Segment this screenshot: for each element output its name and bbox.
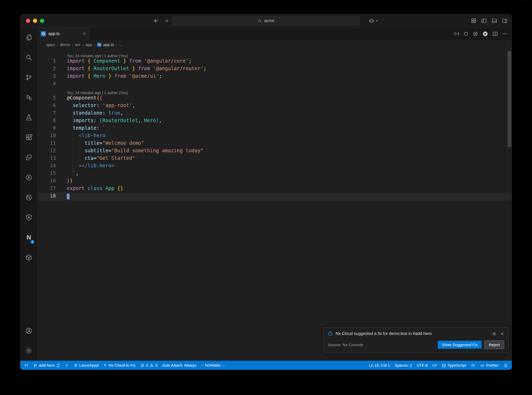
command-center-search[interactable]: acme bbox=[172, 16, 360, 25]
remote-indicator[interactable] bbox=[22, 361, 31, 370]
copilot-status[interactable] bbox=[468, 361, 478, 370]
code-line[interactable]: 2import { RouterOutlet } from '@angular/… bbox=[38, 65, 512, 73]
formatter-status[interactable]: Prettier bbox=[478, 361, 501, 370]
minimize-window-button[interactable] bbox=[33, 19, 37, 23]
code-line[interactable]: 8 imports: [RouterOutlet, Hero], bbox=[38, 117, 512, 125]
code-line[interactable]: 6 selector: 'app-root', bbox=[38, 102, 512, 110]
cursor-position-status[interactable]: Ln 18, Col 1 bbox=[367, 361, 392, 370]
breadcrumb-overflow[interactable]: … bbox=[119, 42, 123, 47]
copilot-icon bbox=[471, 363, 475, 368]
formatter-label: Prettier bbox=[486, 363, 499, 367]
reject-button[interactable]: Reject bbox=[484, 340, 504, 349]
close-window-button[interactable] bbox=[26, 19, 30, 23]
zap-status[interactable] bbox=[63, 361, 71, 370]
close-tab-icon[interactable] bbox=[83, 32, 86, 36]
breadcrumb-item-current[interactable]: app.ts bbox=[103, 42, 114, 47]
sidebar-item-extensions[interactable] bbox=[20, 127, 37, 147]
code-line[interactable]: 4 bbox=[38, 81, 512, 88]
sidebar-item-inspect[interactable] bbox=[20, 187, 37, 207]
sidebar-item-package[interactable] bbox=[20, 247, 37, 267]
notification-settings-icon[interactable] bbox=[492, 332, 496, 336]
more-actions-icon[interactable] bbox=[502, 31, 508, 37]
settings-button[interactable] bbox=[20, 341, 37, 361]
codelens-annotation[interactable]: You, 24 minutes ago | 1 author (You) bbox=[38, 88, 512, 95]
code-line[interactable]: 7 standalone: true, bbox=[38, 110, 512, 117]
search-icon bbox=[258, 19, 262, 23]
tab-app-ts[interactable]: TS app.ts bbox=[38, 27, 90, 40]
code-line[interactable]: 3import { Hero } from '@acme/ui'; bbox=[38, 73, 512, 81]
auto-attach-status[interactable]: Auto Attach: Always bbox=[160, 361, 199, 370]
code-line[interactable]: 12 subtitle="Build something amazing tod… bbox=[38, 148, 512, 155]
status-bar: add-hero Launchpad Nx Cloud AI Fix 0 0 bbox=[20, 361, 512, 370]
errors-count: 0 bbox=[146, 363, 148, 367]
split-editor-icon[interactable] bbox=[492, 31, 498, 37]
toggle-sidebar-right-icon[interactable] bbox=[502, 18, 508, 24]
launchpad-status[interactable]: Launchpad bbox=[71, 361, 101, 370]
copilot-menu[interactable] bbox=[368, 18, 378, 24]
angular-icon bbox=[25, 214, 32, 221]
codelens-annotation[interactable]: You, 24 minutes ago | 1 author (You) bbox=[38, 51, 512, 58]
breadcrumb-item[interactable]: src bbox=[75, 42, 81, 47]
notifications-bell[interactable] bbox=[501, 361, 510, 370]
show-suggested-fix-button[interactable]: Show Suggested Fix bbox=[438, 341, 482, 349]
problems-status[interactable]: 0 0 bbox=[138, 361, 160, 370]
inspect-icon bbox=[25, 194, 32, 201]
copilot-icon bbox=[368, 18, 375, 24]
toggle-panel-icon[interactable] bbox=[491, 18, 497, 24]
code-line[interactable]: 11 title="Welcmoe demo" bbox=[38, 140, 512, 148]
toggle-sidebar-left-icon[interactable] bbox=[481, 18, 487, 24]
forward-icon[interactable] bbox=[164, 18, 169, 24]
activity-bar-bottom bbox=[20, 321, 37, 361]
sync-icon bbox=[56, 363, 60, 367]
sidebar-item-run-target[interactable] bbox=[20, 167, 37, 187]
sidebar-item-explorer[interactable] bbox=[20, 27, 37, 47]
sidebar-item-angular[interactable] bbox=[20, 207, 37, 227]
code-text bbox=[67, 193, 70, 200]
window-controls bbox=[26, 14, 44, 27]
back-icon[interactable] bbox=[153, 18, 159, 24]
sidebar-item-nx[interactable]: N 3 bbox=[20, 227, 37, 247]
breadcrumb-item[interactable]: demo bbox=[60, 42, 70, 47]
code-editor[interactable]: You, 24 minutes ago | 1 author (You)1imp… bbox=[38, 49, 512, 361]
open-changes-icon[interactable] bbox=[454, 31, 460, 37]
code-line[interactable]: 18 bbox=[38, 193, 512, 200]
breadcrumb-item[interactable]: apps bbox=[46, 42, 55, 47]
language-mode-status[interactable]: {} TypeScript bbox=[439, 361, 468, 370]
titlebar: acme bbox=[20, 14, 512, 27]
nx-cloud-ai-fix-status[interactable]: Nx Cloud AI Fix bbox=[101, 361, 138, 370]
line-number: 12 bbox=[38, 148, 56, 155]
notification-close-icon[interactable] bbox=[500, 332, 504, 336]
code-line[interactable]: 15 `, bbox=[38, 170, 512, 178]
indentation-status[interactable]: Spaces: 2 bbox=[392, 361, 414, 370]
encoding-status[interactable]: UTF-8 bbox=[414, 361, 430, 370]
scrollbar-thumb[interactable] bbox=[508, 51, 511, 147]
sidebar-item-run-debug[interactable] bbox=[20, 87, 37, 107]
code-line[interactable]: 16}) bbox=[38, 178, 512, 185]
goto-next-change-icon[interactable] bbox=[473, 31, 478, 37]
eol-status[interactable]: LF bbox=[430, 361, 439, 370]
code-line[interactable]: 9 template: ` bbox=[38, 125, 512, 133]
account-button[interactable] bbox=[20, 321, 37, 341]
sidebar-item-testing[interactable] bbox=[20, 107, 37, 127]
code-line[interactable]: 5@Component({ bbox=[38, 95, 512, 102]
code-line[interactable]: 1import { Component } from '@angular/cor… bbox=[38, 58, 512, 65]
code-line[interactable]: 10 <lib-hero bbox=[38, 133, 512, 140]
git-branch-icon bbox=[25, 74, 32, 81]
code-text: export class App {} bbox=[67, 185, 123, 193]
git-branch-status[interactable]: add-hero bbox=[31, 361, 63, 370]
code-line[interactable]: 13 cta="Get Started" bbox=[38, 155, 512, 163]
code-line[interactable]: 14 ></lib-hero> bbox=[38, 163, 512, 170]
code-text: template: ` bbox=[67, 125, 105, 133]
sidebar-item-source-control[interactable] bbox=[20, 67, 37, 87]
circle-status-icon[interactable] bbox=[463, 31, 469, 36]
run-file-icon[interactable] bbox=[482, 31, 488, 37]
vim-mode-status[interactable]: -- NORMAL -- bbox=[199, 361, 227, 370]
breadcrumb: apps › demo › src › app › TS app.ts › … bbox=[38, 40, 512, 49]
code-line[interactable]: 17export class App {} bbox=[38, 185, 512, 193]
zoom-window-button[interactable] bbox=[40, 19, 44, 23]
rocket-icon bbox=[74, 363, 78, 367]
sidebar-item-search[interactable] bbox=[20, 47, 37, 67]
customize-layout-icon[interactable] bbox=[471, 18, 476, 23]
breadcrumb-item[interactable]: app bbox=[85, 42, 92, 47]
sidebar-item-windows[interactable] bbox=[20, 147, 37, 167]
